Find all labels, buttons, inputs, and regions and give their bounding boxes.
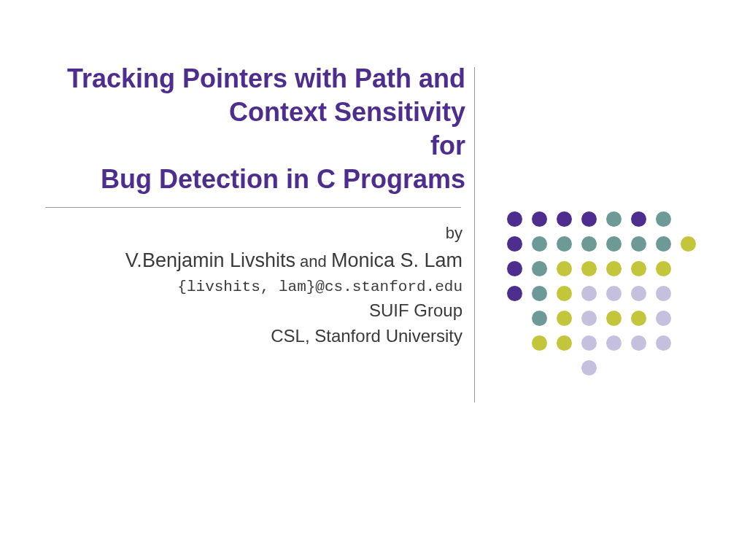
- dot-icon: [557, 211, 572, 227]
- dot-icon: [606, 335, 622, 351]
- dot-icon: [581, 236, 597, 252]
- dot-icon: [631, 286, 646, 301]
- title-block: Tracking Pointers with Path and Context …: [64, 62, 465, 196]
- dot-icon: [532, 335, 547, 351]
- title-line-2: Context Sensitivity: [64, 96, 465, 129]
- dot-icon: [581, 261, 597, 276]
- dot-icon: [507, 286, 522, 301]
- dot-icon: [656, 335, 671, 351]
- dot-icon: [532, 261, 547, 276]
- dot-icon: [507, 261, 522, 276]
- dot-icon: [631, 211, 646, 227]
- slide-container: Tracking Pointers with Path and Context …: [0, 0, 747, 560]
- dot-icon: [532, 286, 547, 301]
- dot-icon: [532, 211, 547, 227]
- dot-icon: [656, 286, 671, 301]
- dot-icon: [606, 286, 622, 301]
- decorative-dot-grid: [507, 211, 696, 385]
- title-line-1: Tracking Pointers with Path and: [64, 62, 465, 96]
- author-name-2: Monica S. Lam: [331, 249, 462, 271]
- dot-icon: [557, 236, 572, 252]
- dot-icon: [656, 211, 671, 227]
- dot-icon: [532, 311, 547, 326]
- dot-icon: [557, 311, 572, 326]
- dot-icon: [656, 311, 671, 326]
- title-line-4: Bug Detection in C Programs: [64, 163, 465, 196]
- dot-icon: [557, 286, 572, 301]
- dot-icon: [631, 261, 646, 276]
- authors-line: V.Benjamin Livshits and Monica S. Lam: [64, 246, 462, 275]
- dot-icon: [532, 236, 547, 252]
- dot-icon: [581, 360, 597, 376]
- dot-icon: [606, 236, 622, 252]
- horizontal-divider: [45, 207, 461, 208]
- author-block: by V.Benjamin Livshits and Monica S. Lam…: [64, 222, 462, 349]
- dot-icon: [656, 261, 671, 276]
- title-line-3: for: [64, 129, 465, 163]
- author-name-1: V.Benjamin Livshits: [125, 249, 295, 271]
- dot-icon: [581, 286, 597, 301]
- dot-icon: [631, 311, 646, 326]
- dot-icon: [631, 236, 646, 252]
- author-connector: and: [295, 252, 331, 271]
- dot-icon: [507, 236, 522, 252]
- dot-icon: [507, 211, 522, 227]
- dot-icon: [631, 335, 646, 351]
- by-label: by: [64, 222, 462, 245]
- dot-icon: [557, 335, 572, 351]
- author-group: SUIF Group: [64, 298, 462, 324]
- dot-icon: [581, 211, 597, 227]
- dot-icon: [656, 236, 671, 252]
- dot-icon: [606, 211, 622, 227]
- author-affiliation: CSL, Stanford University: [64, 324, 462, 349]
- author-email: {livshits, lam}@cs.stanford.edu: [64, 276, 462, 298]
- dot-icon: [606, 311, 622, 326]
- dot-icon: [557, 261, 572, 276]
- vertical-divider: [474, 67, 475, 402]
- dot-icon: [606, 261, 622, 276]
- dot-icon: [581, 335, 597, 351]
- dot-icon: [581, 311, 597, 326]
- dot-icon: [681, 236, 696, 252]
